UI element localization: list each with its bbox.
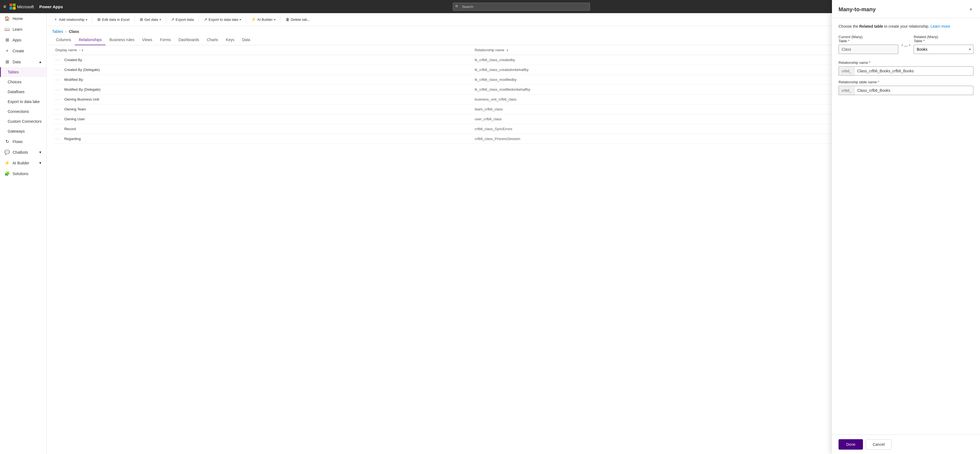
sidebar-item-flows[interactable]: ↻ Flows [0, 136, 46, 147]
sidebar-item-export[interactable]: Export to data lake [0, 97, 46, 106]
sidebar-item-label: Learn [13, 27, 22, 32]
tab-keys[interactable]: Keys [222, 35, 238, 45]
relationship-name-field: Relationship name * crfb6_ [838, 60, 974, 76]
row-actions[interactable]: ··· [56, 127, 60, 131]
done-button[interactable]: Done [838, 439, 863, 449]
add-relationship-button[interactable]: ＋ Add relationship ▾ [51, 15, 90, 24]
sidebar-item-label: Custom Connectors [8, 119, 42, 124]
rel-table-prefix: crfb6_ [839, 86, 854, 95]
sidebar-item-label: Choices [8, 80, 22, 84]
row-actions[interactable]: ··· [56, 97, 60, 102]
rel-connector: * — * [902, 35, 911, 48]
ai-builder-label: AI Builder [257, 17, 272, 22]
rel-table-input-wrap: crfb6_ [838, 86, 974, 95]
row-actions[interactable]: ··· [56, 137, 60, 141]
required-star-3: * [869, 60, 870, 65]
toolbar-divider-4 [199, 16, 199, 23]
row-actions[interactable]: ··· [56, 107, 60, 111]
search-input[interactable] [453, 3, 590, 11]
col-display-name[interactable]: Display name ↑ ∨ [52, 45, 471, 55]
export-icon: ↗ [171, 17, 174, 22]
row-actions[interactable]: ··· [56, 68, 60, 72]
sidebar-item-home[interactable]: 🏠 Home [0, 13, 46, 24]
sidebar-item-label: Chatbots [13, 150, 28, 154]
tab-dashboards[interactable]: Dashboards [175, 35, 203, 45]
tab-relationships[interactable]: Relationships [75, 35, 105, 45]
display-name-cell: ··· Created By (Delegate) [52, 65, 471, 75]
toolbar-divider-5 [246, 16, 246, 23]
tab-columns[interactable]: Columns [52, 35, 75, 45]
relationship-table-name-field: Relationship table name * crfb6_ [838, 80, 974, 95]
add-relationship-label: Add relationship [59, 17, 84, 22]
delete-table-button[interactable]: 🗑 Delete tab... [283, 16, 313, 23]
display-name-cell: ··· Owning User [52, 114, 471, 124]
current-table-input [838, 44, 898, 54]
toolbar-divider-3 [166, 16, 166, 23]
sidebar-item-create[interactable]: ＋ Create [0, 45, 46, 56]
export-lake-label: Export to data lake [208, 17, 238, 22]
ai-builder-button[interactable]: ⚡ AI Builder ▾ [248, 16, 278, 23]
edit-excel-button[interactable]: ⊞ Edit data in Excel [95, 16, 132, 23]
apps-icon: ⊞ [5, 37, 10, 43]
export-data-button[interactable]: ↗ Export data [168, 16, 197, 23]
tab-data[interactable]: Data [238, 35, 254, 45]
row-actions[interactable]: ··· [56, 58, 60, 62]
chevron-down-icon: ▼ [39, 161, 42, 165]
chatbots-icon: 💬 [5, 149, 10, 155]
breadcrumb-separator: › [65, 29, 67, 34]
toolbar-divider-2 [135, 16, 135, 23]
learn-more-link[interactable]: Learn more [931, 24, 950, 29]
related-table-select[interactable]: Books Courses Students Teachers [914, 44, 974, 54]
tab-forms[interactable]: Forms [156, 35, 175, 45]
solutions-icon: 🧩 [5, 171, 10, 176]
sidebar-item-chatbots[interactable]: 💬 Chatbots ▼ [0, 147, 46, 157]
excel-icon: ⊞ [97, 17, 100, 22]
export-lake-icon: ↗ [204, 17, 207, 22]
related-table-select-wrap: Books Courses Students Teachers ▾ [914, 44, 974, 54]
sidebar-item-learn[interactable]: 📖 Learn [0, 24, 46, 35]
cancel-button[interactable]: Cancel [866, 439, 891, 449]
sidebar-item-connections[interactable]: Connections [0, 106, 46, 116]
sidebar-item-data[interactable]: ⊞ Data ▲ [0, 56, 46, 67]
row-actions[interactable]: ··· [56, 78, 60, 82]
panel-description: Choose the Related table to create your … [838, 24, 974, 29]
sidebar-item-label: Connections [8, 110, 29, 114]
tab-charts[interactable]: Charts [203, 35, 222, 45]
sidebar-item-custom-connectors[interactable]: Custom Connectors [0, 116, 46, 126]
hamburger-icon[interactable]: ≡ [3, 4, 6, 10]
search-bar[interactable] [453, 3, 590, 11]
sort-icon: ↑ ∨ [79, 49, 84, 52]
rel-table-name-input[interactable] [854, 86, 973, 95]
sidebar-item-label: Solutions [13, 171, 29, 176]
get-data-button[interactable]: ⊞ Get data ▾ [137, 16, 164, 23]
row-actions[interactable]: ··· [56, 117, 60, 121]
toolbar-divider-6 [280, 16, 281, 23]
delete-icon: 🗑 [286, 17, 290, 22]
export-lake-button[interactable]: ↗ Export to data lake ▾ [201, 16, 244, 23]
sidebar-item-gateways[interactable]: Gateways [0, 126, 46, 136]
tab-business-rules[interactable]: Business rules [105, 35, 138, 45]
panel-footer: Done Cancel [832, 435, 980, 454]
sidebar-item-dataflows[interactable]: Dataflows [0, 87, 46, 97]
sidebar-item-tables[interactable]: Tables [0, 67, 46, 77]
sidebar-item-solutions[interactable]: 🧩 Solutions [0, 168, 46, 179]
sidebar-item-ai-builder[interactable]: ⚡ AI Builder ▼ [0, 157, 46, 168]
rel-table-name-label: Relationship table name * [838, 80, 974, 84]
toolbar-divider [92, 16, 92, 23]
current-table-col: Current (Many) Table * [838, 35, 898, 54]
row-actions[interactable]: ··· [56, 87, 60, 92]
panel-body: Choose the Related table to create your … [832, 18, 980, 435]
add-icon: ＋ [54, 17, 57, 22]
rel-name-input-wrap: crfb6_ [838, 66, 974, 76]
sidebar-item-label: Create [13, 49, 24, 53]
edit-excel-label: Edit data in Excel [102, 17, 129, 22]
chevron-down-icon: ▼ [39, 151, 42, 154]
rel-name-input[interactable] [854, 67, 973, 75]
sidebar-item-apps[interactable]: ⊞ Apps [0, 35, 46, 45]
sidebar-item-label: Home [13, 16, 23, 21]
sidebar-item-label: Flows [13, 140, 23, 144]
tab-views[interactable]: Views [138, 35, 156, 45]
required-star-2: * [923, 39, 924, 43]
sidebar-item-choices[interactable]: Choices [0, 77, 46, 87]
breadcrumb-tables[interactable]: Tables [52, 29, 63, 34]
